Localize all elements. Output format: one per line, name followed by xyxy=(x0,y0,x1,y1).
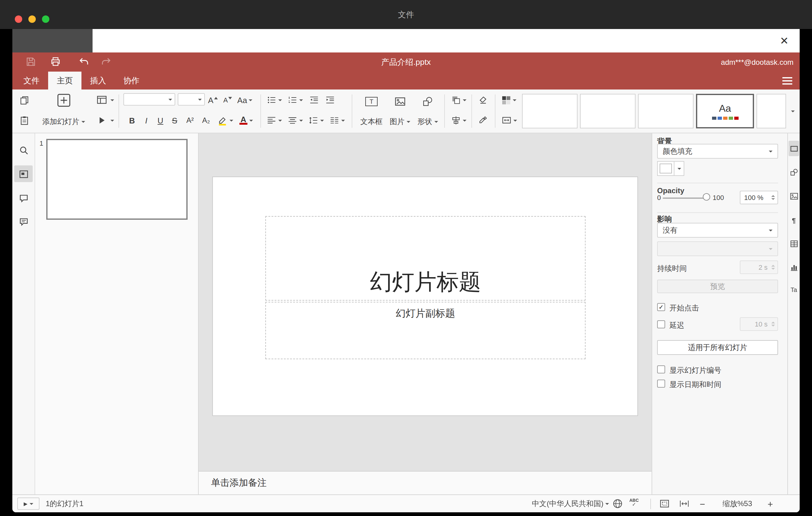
print-icon[interactable] xyxy=(49,56,62,68)
theme-option-3[interactable] xyxy=(638,94,694,128)
notes-area[interactable]: 单击添加备注 xyxy=(199,471,651,494)
subtitle-placeholder[interactable]: 幻灯片副标题 xyxy=(265,302,585,359)
show-date-time-checkbox[interactable] xyxy=(657,380,665,388)
insert-textbox-button[interactable]: T 文本框 xyxy=(358,89,385,133)
paste-icon[interactable] xyxy=(17,114,31,127)
clear-style-icon[interactable] xyxy=(476,93,490,107)
theme-gallery-expand-button[interactable] xyxy=(788,94,797,128)
superscript-button[interactable]: A² xyxy=(183,114,198,127)
comments-icon[interactable] xyxy=(17,191,30,205)
chevron-down-icon xyxy=(278,99,282,101)
save-icon[interactable] xyxy=(25,56,37,68)
fit-width-icon[interactable] xyxy=(679,498,690,509)
color-scheme-button[interactable] xyxy=(500,93,518,107)
title-placeholder[interactable]: 幻灯片标题 xyxy=(265,216,585,300)
opacity-slider-handle[interactable] xyxy=(703,193,710,201)
opacity-spinner[interactable] xyxy=(771,191,776,204)
increase-font-size-button[interactable]: A xyxy=(206,93,220,107)
chevron-down-icon xyxy=(249,99,253,101)
copy-icon[interactable] xyxy=(17,93,31,107)
line-spacing-button[interactable] xyxy=(307,114,324,127)
insert-shape-button[interactable]: 形状 xyxy=(415,89,440,133)
slide-editor[interactable]: 幻灯片标题 幻灯片副标题 xyxy=(212,176,638,416)
background-fill-select[interactable]: 颜色填充 xyxy=(657,144,778,159)
zoom-out-button[interactable]: − xyxy=(700,495,705,512)
vertical-align-button[interactable] xyxy=(286,114,303,127)
show-slide-number-checkbox[interactable] xyxy=(657,365,665,373)
italic-button[interactable]: I xyxy=(140,114,152,127)
font-size-select[interactable] xyxy=(178,93,205,106)
highlight-color-button[interactable] xyxy=(216,114,234,127)
tab-collaboration[interactable]: 协作 xyxy=(115,71,148,89)
change-case-button[interactable]: Aa xyxy=(236,93,254,107)
tab-file[interactable]: 文件 xyxy=(15,71,48,89)
theme-option-5[interactable] xyxy=(756,94,786,128)
macos-titlebar: 文件 xyxy=(0,0,812,29)
horizontal-align-button[interactable] xyxy=(265,114,283,127)
fill-type-value: 颜色填充 xyxy=(663,146,692,156)
table-settings-icon[interactable] xyxy=(788,238,799,249)
add-slide-button[interactable]: 添加幻灯片 xyxy=(37,89,90,133)
slides-panel-icon[interactable] xyxy=(17,167,30,181)
apply-to-all-button[interactable]: 适用于所有幻灯片 xyxy=(657,340,778,355)
delay-checkbox[interactable] xyxy=(657,320,665,328)
slide-thumb-number: 1 xyxy=(39,140,43,147)
document-language-icon[interactable] xyxy=(612,498,623,509)
insert-image-button[interactable]: 图片 xyxy=(387,89,412,133)
shape-settings-icon[interactable] xyxy=(788,167,799,177)
increase-indent-button[interactable] xyxy=(323,93,337,107)
menu-icon[interactable] xyxy=(782,71,792,89)
slide-layout-button[interactable] xyxy=(95,93,114,107)
subscript-button[interactable]: A₂ xyxy=(199,114,213,127)
paragraph-settings-icon[interactable]: ¶ xyxy=(788,215,799,225)
decrease-font-size-button[interactable]: A xyxy=(221,93,234,107)
close-icon[interactable]: ✕ xyxy=(778,34,791,48)
chevron-down-icon xyxy=(462,99,466,101)
decrease-indent-button[interactable] xyxy=(307,93,321,107)
opacity-slider-track[interactable] xyxy=(663,198,706,199)
tab-insert[interactable]: 插入 xyxy=(82,71,115,89)
undo-icon[interactable] xyxy=(78,56,90,68)
slide-size-button[interactable] xyxy=(500,114,518,127)
align-shape-button[interactable] xyxy=(449,114,468,127)
change-case-label: Aa xyxy=(237,95,247,105)
font-name-select[interactable] xyxy=(123,93,175,106)
start-slideshow-statusbar-button[interactable]: ▶ xyxy=(17,497,39,510)
transition-effect-select[interactable]: 没有 xyxy=(657,223,778,238)
chevron-down-icon xyxy=(341,119,345,121)
background-color-picker[interactable] xyxy=(657,161,684,176)
ribbon-toolbar: 添加幻灯片 A xyxy=(12,89,800,133)
theme-option-2[interactable] xyxy=(580,94,636,128)
chevron-down-icon xyxy=(249,119,253,121)
slide-canvas[interactable]: 幻灯片标题 幻灯片副标题 xyxy=(199,133,651,471)
opacity-max-label: 100 xyxy=(713,194,724,201)
numbering-button[interactable] xyxy=(286,93,303,107)
chevron-down-icon xyxy=(513,119,517,121)
zoom-in-button[interactable]: + xyxy=(767,495,773,512)
language-select[interactable]: 中文(中华人民共和国) xyxy=(532,495,609,512)
copy-style-icon[interactable] xyxy=(476,114,490,127)
bold-button[interactable]: B xyxy=(126,114,138,127)
start-on-click-checkbox[interactable]: ✓ xyxy=(657,303,665,311)
theme-option-selected[interactable]: Aa xyxy=(696,94,754,128)
spellcheck-icon[interactable]: ABC✓ xyxy=(629,498,639,507)
font-color-button[interactable]: A xyxy=(237,114,256,127)
columns-button[interactable] xyxy=(328,114,346,127)
start-slideshow-button[interactable] xyxy=(95,114,114,127)
image-settings-icon[interactable] xyxy=(788,191,799,201)
underline-label: U xyxy=(158,116,164,125)
strikeout-button[interactable]: S xyxy=(169,114,181,127)
arrange-shape-button[interactable] xyxy=(449,93,468,107)
fit-slide-icon[interactable] xyxy=(659,498,670,509)
slide-settings-icon[interactable] xyxy=(788,143,799,154)
slide-thumbnail-1[interactable] xyxy=(46,139,187,220)
tab-home[interactable]: 主页 xyxy=(48,71,82,89)
textart-settings-icon[interactable]: Ta xyxy=(788,285,799,295)
bullets-button[interactable] xyxy=(265,93,283,107)
redo-icon[interactable] xyxy=(100,56,112,68)
search-icon[interactable] xyxy=(17,143,30,157)
chat-icon[interactable] xyxy=(17,215,30,228)
underline-button[interactable]: U xyxy=(154,114,167,127)
theme-option-1[interactable] xyxy=(522,94,578,128)
chart-settings-icon[interactable] xyxy=(788,262,799,272)
